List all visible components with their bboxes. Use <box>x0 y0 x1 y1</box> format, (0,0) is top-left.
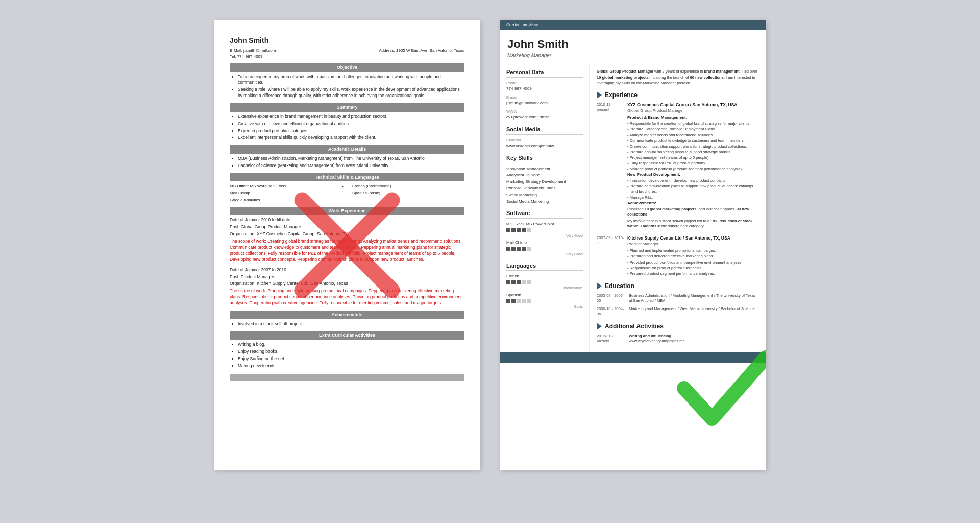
left-sum-title: Summary <box>230 103 464 112</box>
software-item-2-dots <box>506 247 583 251</box>
exp-job-1-subtitle-2: New Product Development: <box>627 172 758 178</box>
dot-empty <box>522 299 526 303</box>
exp-section-title: Experience <box>597 91 758 99</box>
dot <box>506 247 510 251</box>
edu-item-2-date: 2000-10 - 2004-05 <box>597 306 625 317</box>
dot <box>506 299 510 303</box>
act-item-1-text: www.mymarketingcampaigns.me <box>629 339 685 343</box>
list-item: Creative with effective and efficient or… <box>238 121 464 127</box>
left-ach-title: Achievements <box>230 311 464 319</box>
exp-bullet: Create communication support plans for s… <box>627 144 758 149</box>
job-scope: The scope of work: Creating global brand… <box>230 239 464 263</box>
exp-bullet: Prepare annual marketing plans to suppor… <box>627 150 758 155</box>
lang-item-1-dots <box>506 280 583 284</box>
list-item: Involved in a stock sell-off project. <box>238 321 464 327</box>
act-label: Additional Activities <box>605 322 664 330</box>
exp-job-1: 2010-12 - present XYZ Cosmetics Capital … <box>597 102 758 230</box>
exp-bullet: Responsible for product portfolio foreca… <box>627 266 758 271</box>
email-value: j.smith@uptowork.com <box>506 101 583 106</box>
dot-empty <box>522 280 526 284</box>
phone-value: 774-987-4009 <box>506 86 583 92</box>
exp-bullet: Prepared and delivered effective marketi… <box>627 254 758 259</box>
exp-arrow-icon <box>597 91 602 99</box>
exp-bullet: Manage product portfolio (product segmen… <box>627 167 758 172</box>
exp-job-2-company: Kitchen Supply Center Ltd / San Antonio,… <box>627 235 758 241</box>
exp-bullet: Communicate product knowledge to custome… <box>627 138 758 144</box>
job-post: Post: Global Group Product Manager <box>230 224 464 230</box>
skill-item: French (intermediate) <box>352 183 464 189</box>
left-acad-title: Academic Details <box>230 145 464 154</box>
exp-job-1-date: 2010-12 - present <box>597 102 625 112</box>
phone-label: Phone <box>506 81 583 86</box>
skill-item: Innovation Management <box>506 167 583 172</box>
exp-job-2-role: Product Manager <box>627 242 758 247</box>
left-obj-title: Objective <box>230 63 464 72</box>
edu-section-title: Education <box>597 282 758 290</box>
dot-empty <box>527 247 531 251</box>
skill-item: Analytical Thinking <box>506 173 583 178</box>
act-item-1-title: Writing and Influencing <box>629 334 671 338</box>
act-arrow-icon <box>597 323 602 330</box>
exp-job-1-company: XYZ Cosmetics Capital Group / San Antoni… <box>627 102 758 108</box>
dot <box>506 280 510 284</box>
exp-bullet: Project management (teams of up to 5 peo… <box>627 155 758 160</box>
left-footer-bar <box>230 374 464 381</box>
act-item-1: 2012-01 - present Writing and Influencin… <box>597 334 758 344</box>
left-skills-grid: MS Office: MS Word, MS Excel • French (i… <box>230 183 464 203</box>
left-name: John Smith <box>230 36 464 46</box>
skill-item: Social Media Marketing <box>506 199 583 205</box>
act-item-1-content: Writing and Influencing www.mymarketingc… <box>629 334 685 344</box>
left-obj-list: To be an expert in my area of work, with… <box>238 74 464 100</box>
dot <box>511 247 516 251</box>
skill-item: Portfolio Deployment Plans <box>506 186 583 192</box>
skill-item: E-mail Marketing <box>506 193 583 198</box>
edu-item-1-text: Business Administration / Marketing Mana… <box>629 293 758 303</box>
left-email: E-Mail: j.smith@mail.com <box>230 47 276 53</box>
dot <box>522 247 526 251</box>
left-tel: Tel: 774-987-4009 <box>230 54 464 59</box>
exp-job-2-content: Kitchen Supply Center Ltd / San Antonio,… <box>627 235 758 276</box>
software-item-1-name: MS Excel, MS PowerPoint <box>506 222 583 227</box>
left-address: Address: 1905 W East Ave, San Antonio, T… <box>379 47 464 53</box>
list-item: MBA (Business Administration, Marketing … <box>238 156 464 162</box>
exp-job-1-ach-text-1: I finalized 10 global marketing projects… <box>627 207 758 217</box>
dot-empty <box>527 299 531 303</box>
exp-bullet: Provided product portfolios and competit… <box>627 260 758 265</box>
lang-item-1-level: Intermediate <box>506 286 583 290</box>
dot <box>511 299 516 303</box>
linkedin-value: www.linkedin.com/johnutw <box>506 144 583 149</box>
www-value: cv.uptowork.com/j.smith <box>506 115 583 121</box>
exp-bullet: Analyze market trends and recommend solu… <box>627 133 758 138</box>
edu-item-2-text: Marketing and Management / West Miami Un… <box>629 306 755 317</box>
cv-label: Curriculum Vitae <box>506 22 538 27</box>
left-job-1: Date of Joining: 2010 to till date Post:… <box>230 217 464 263</box>
edu-item-1: 2005-09 - 2007-05 Business Administratio… <box>597 293 758 303</box>
exp-bullet: Prepare communication plans to support n… <box>627 184 758 194</box>
dot <box>511 228 516 232</box>
exp-bullet: Fully responsible for P&L of product por… <box>627 161 758 166</box>
exp-job-2-date: 2007-09 - 2010-11 <box>597 235 625 246</box>
list-item: Expert in product portfolio strategies. <box>238 128 464 134</box>
list-item: Seeking a role, where I will be able to … <box>238 87 464 99</box>
software-item-2-name: Mail Chimp <box>506 240 583 246</box>
lang-item-2-dots <box>506 299 583 303</box>
right-intro: Global Group Product Manager with 7 year… <box>597 68 758 86</box>
list-item: Bachelor of Science (Marketing and Manag… <box>238 163 464 169</box>
personal-data-label: Personal Data <box>506 68 583 78</box>
www-label: WWW <box>506 109 583 114</box>
dot-empty <box>527 228 531 232</box>
job-org: Organization: XYZ Cosmetics Capital Grou… <box>230 231 464 237</box>
main-container: John Smith E-Mail: j.smith@mail.com Addr… <box>0 0 980 523</box>
exp-job-2: 2007-09 - 2010-11 Kitchen Supply Center … <box>597 235 758 277</box>
skill-item: Marketing Strategy Development <box>506 179 583 185</box>
left-sum-list: Extensive experience in brand management… <box>238 114 464 141</box>
list-item: Enjoy Surfing on the net. <box>238 356 464 362</box>
lang-item-1-name: French <box>506 274 583 279</box>
linkedin-label: LinkedIn <box>506 138 583 143</box>
list-item: Excellent interpersonal skills quickly d… <box>238 135 464 141</box>
edu-item-1-date: 2005-09 - 2007-05 <box>597 293 625 303</box>
exp-job-1-subtitle-1: Product & Brand Management: <box>627 115 758 121</box>
exp-job-1-subtitle-3: Achievements: <box>627 201 758 206</box>
list-item: Writing a blog. <box>238 342 464 348</box>
list-item: Making new friends. <box>238 363 464 369</box>
